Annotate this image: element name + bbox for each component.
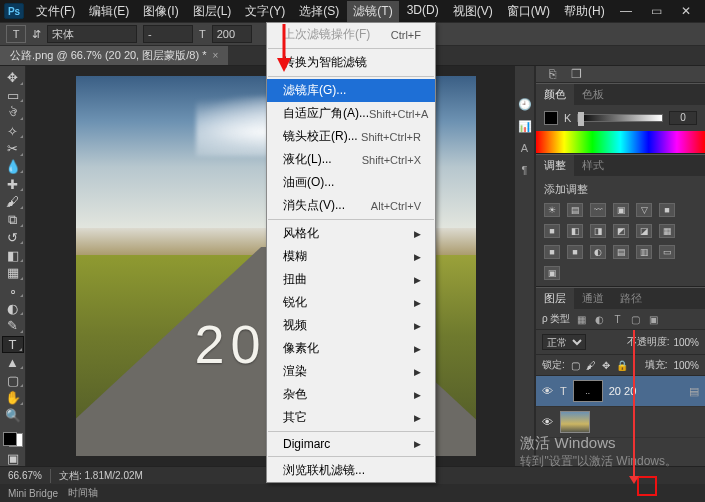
document-tab[interactable]: 公路.png @ 66.7% (20 20, 图层蒙版/8) * ×	[0, 46, 228, 65]
opacity-value[interactable]: 100%	[673, 337, 699, 348]
blur-tool[interactable]: ∘	[2, 283, 24, 299]
menu-item[interactable]: 浏览联机滤镜...	[267, 459, 435, 482]
magic-wand-tool[interactable]: ✧	[2, 123, 24, 139]
adjust-icon[interactable]: ■	[544, 245, 560, 259]
selective-color-icon[interactable]: ▣	[544, 266, 560, 280]
layer-row[interactable]: 👁	[536, 407, 705, 438]
menu-item[interactable]: 渲染▶	[267, 360, 435, 383]
tab-timeline[interactable]: 时间轴	[68, 486, 98, 500]
k-value[interactable]: 0	[669, 111, 697, 125]
tab-color[interactable]: 颜色	[536, 84, 574, 105]
menu-8[interactable]: 视图(V)	[447, 1, 499, 22]
tab-paths[interactable]: 路径	[612, 288, 650, 309]
lock-position-icon[interactable]: ✥	[602, 360, 610, 371]
lock-pixels-icon[interactable]: 🖌	[586, 360, 596, 371]
visibility-icon[interactable]: 👁	[542, 385, 554, 397]
menu-6[interactable]: 滤镜(T)	[347, 1, 398, 22]
menu-item[interactable]: 油画(O)...	[267, 171, 435, 194]
menu-item[interactable]: 像素化▶	[267, 337, 435, 360]
photo-filter-icon[interactable]: ◩	[613, 224, 629, 238]
tab-mini-bridge[interactable]: Mini Bridge	[8, 488, 58, 499]
foreground-color-icon[interactable]	[544, 111, 558, 125]
layer-mask-thumb[interactable]: ..	[573, 380, 603, 402]
lock-all-icon[interactable]: 🔒	[616, 360, 628, 371]
filter-adjust-icon[interactable]: ◐	[592, 312, 606, 326]
menu-item[interactable]: Digimarc▶	[267, 434, 435, 454]
foreground-swatch[interactable]	[3, 432, 17, 446]
menu-7[interactable]: 3D(D)	[401, 1, 445, 22]
filter-pixel-icon[interactable]: ▦	[574, 312, 588, 326]
brush-tool[interactable]: 🖌	[2, 194, 24, 210]
tab-styles[interactable]: 样式	[574, 155, 612, 176]
close-button[interactable]: ✕	[675, 3, 697, 19]
filter-shape-icon[interactable]: ▢	[628, 312, 642, 326]
font-family-select[interactable]	[47, 25, 137, 43]
menu-item[interactable]: 扭曲▶	[267, 268, 435, 291]
filter-smart-icon[interactable]: ▣	[646, 312, 660, 326]
hand-tool[interactable]: ✋	[2, 390, 24, 406]
menu-0[interactable]: 文件(F)	[30, 1, 81, 22]
adjust-icon[interactable]: ■	[544, 224, 560, 238]
menu-4[interactable]: 文字(Y)	[239, 1, 291, 22]
properties-panel-icon[interactable]: 📊	[517, 118, 533, 134]
vibrance-icon[interactable]: ▽	[636, 203, 652, 217]
color-swatches[interactable]	[2, 431, 24, 448]
menu-item[interactable]: 镜头校正(R)...Shift+Ctrl+R	[267, 125, 435, 148]
menu-2[interactable]: 图像(I)	[137, 1, 184, 22]
tool-preset-icon[interactable]: T	[6, 25, 26, 43]
gradient-map-icon[interactable]: ▭	[659, 245, 675, 259]
eyedropper-tool[interactable]: 💧	[2, 159, 24, 175]
pen-tool[interactable]: ✎	[2, 318, 24, 334]
lut-icon[interactable]: ▦	[659, 224, 675, 238]
gradient-tool[interactable]: ▦	[2, 265, 24, 281]
stamp-tool[interactable]: ⧉	[2, 212, 24, 228]
menu-item[interactable]: 其它▶	[267, 406, 435, 429]
dodge-tool[interactable]: ◐	[2, 300, 24, 316]
panel-strip-icon[interactable]: ⎘	[544, 66, 560, 82]
zoom-tool[interactable]: 🔍	[2, 408, 24, 424]
menu-1[interactable]: 编辑(E)	[83, 1, 135, 22]
restore-button[interactable]: ▭	[645, 3, 667, 19]
channel-mixer-icon[interactable]: ◪	[636, 224, 652, 238]
menu-item[interactable]: 视频▶	[267, 314, 435, 337]
hue-icon[interactable]: ◧	[567, 224, 583, 238]
orientation-toggle-icon[interactable]: ⇵	[32, 28, 41, 41]
lock-transparency-icon[interactable]: ▢	[571, 360, 580, 371]
visibility-icon[interactable]: 👁	[542, 416, 554, 428]
shape-tool[interactable]: ▢	[2, 372, 24, 388]
history-panel-icon[interactable]: 🕘	[517, 96, 533, 112]
doc-info[interactable]: 文档: 1.81M/2.02M	[50, 469, 151, 483]
menu-item[interactable]: 滤镜库(G)...	[267, 79, 435, 102]
blend-mode-select[interactable]: 正常	[542, 334, 586, 350]
filter-type-icon[interactable]: T	[610, 312, 624, 326]
layer-thumb[interactable]	[560, 411, 590, 433]
quickmask-toggle[interactable]: ▣	[2, 450, 24, 466]
adjust-icon[interactable]: ■	[567, 245, 583, 259]
threshold-icon[interactable]: ▥	[636, 245, 652, 259]
menu-item[interactable]: 风格化▶	[267, 222, 435, 245]
menu-9[interactable]: 窗口(W)	[501, 1, 556, 22]
minimize-button[interactable]: —	[615, 3, 637, 19]
menu-item[interactable]: 消失点(V)...Alt+Ctrl+V	[267, 194, 435, 217]
tab-layers[interactable]: 图层	[536, 288, 574, 309]
panel-strip-icon[interactable]: ❐	[568, 66, 584, 82]
tab-swatches[interactable]: 色板	[574, 84, 612, 105]
menu-item[interactable]: 模糊▶	[267, 245, 435, 268]
menu-5[interactable]: 选择(S)	[293, 1, 345, 22]
zoom-level[interactable]: 66.67%	[0, 470, 50, 481]
k-slider[interactable]	[577, 114, 663, 122]
healing-tool[interactable]: ✚	[2, 176, 24, 192]
close-tab-icon[interactable]: ×	[212, 50, 218, 61]
font-style-select[interactable]	[143, 25, 193, 43]
levels-icon[interactable]: ▤	[567, 203, 583, 217]
brightness-icon[interactable]: ☀	[544, 203, 560, 217]
menu-3[interactable]: 图层(L)	[187, 1, 238, 22]
layer-name[interactable]: 20 20	[609, 385, 683, 397]
curves-icon[interactable]: 〰	[590, 203, 606, 217]
tab-adjustments[interactable]: 调整	[536, 155, 574, 176]
menu-item[interactable]: 转换为智能滤镜	[267, 51, 435, 74]
exposure-icon[interactable]: ▣	[613, 203, 629, 217]
menu-item[interactable]: 自适应广角(A)...Shift+Ctrl+A	[267, 102, 435, 125]
path-select-tool[interactable]: ▲	[2, 355, 24, 371]
history-brush-tool[interactable]: ↺	[2, 230, 24, 246]
